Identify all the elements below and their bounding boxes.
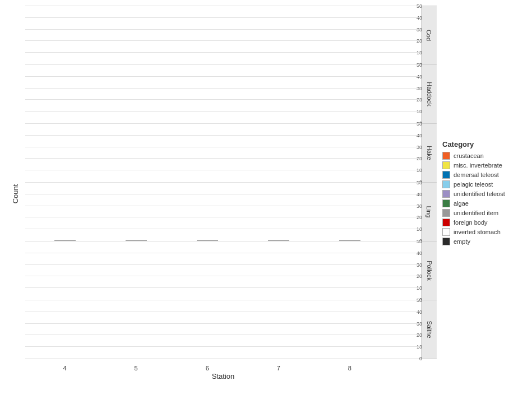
grid-line <box>25 182 421 183</box>
y-tick-label: 50 <box>417 121 422 127</box>
legend-item: algae <box>442 199 532 207</box>
grid-line <box>25 276 421 276</box>
legend-item: foreign body <box>442 219 532 226</box>
y-tick-label: 40 <box>417 133 422 138</box>
y-tick-label: 50 <box>417 298 422 303</box>
facet-label-haddock: Haddock <box>421 65 437 123</box>
facet-label-hake: Hake <box>421 124 437 182</box>
grid-line <box>25 40 421 41</box>
legend-swatch <box>442 228 450 236</box>
legend-item: empty <box>442 238 532 245</box>
grid-line <box>25 206 421 206</box>
facet-label-ling: Ling <box>421 183 437 241</box>
legend-swatch <box>442 209 450 217</box>
grid-line <box>25 170 421 170</box>
facet-row-ling: 01020304050Ling <box>25 182 437 241</box>
legend-swatch <box>442 238 450 245</box>
facet-plot-ling: 01020304050 <box>25 183 421 241</box>
legend-title: Category <box>442 140 532 148</box>
y-tick-label: 30 <box>417 27 422 32</box>
grid-line <box>25 287 421 288</box>
y-tick-label: 50 <box>417 3 422 9</box>
grid-line <box>25 135 421 136</box>
y-tick-label: 10 <box>417 344 422 350</box>
facet-name-text: Cod <box>426 30 433 41</box>
y-tick-label: 10 <box>417 168 422 173</box>
grid-line <box>25 6 421 6</box>
legend-item: pelagic teleost <box>442 180 532 188</box>
grid-line <box>25 346 421 347</box>
legend-swatch <box>442 152 450 160</box>
legend-swatch <box>442 180 450 188</box>
grid-line <box>25 335 421 335</box>
facet-label-pollock: Pollock <box>421 242 437 300</box>
y-tick-label: 30 <box>417 262 422 268</box>
grid-line <box>25 300 421 300</box>
legend-item: inverted stomach <box>442 228 532 236</box>
facet-label-cod: Cod <box>421 6 437 64</box>
y-tick-label: 40 <box>417 15 422 21</box>
facet-plot-cod: 01020304050 <box>25 6 421 64</box>
legend-label: unidentified teleost <box>454 191 505 197</box>
y-tick-label: 20 <box>417 97 422 103</box>
grid-line <box>25 241 421 242</box>
grid-line <box>25 88 421 89</box>
grid-line <box>25 323 421 324</box>
grid-line <box>25 123 421 124</box>
y-tick-label: 10 <box>417 226 422 232</box>
y-tick-label: 20 <box>417 215 422 220</box>
y-tick-label: 30 <box>417 145 422 150</box>
facet-row-saithe: 01020304050Saithe <box>25 300 437 359</box>
facet-name-text: Saithe <box>426 321 433 338</box>
x-tick-label: 4 <box>63 365 67 372</box>
x-axis-container: Station 45678 <box>25 359 437 382</box>
x-tick-label: 7 <box>277 365 280 372</box>
legend-label: empty <box>454 238 470 245</box>
y-tick-label: 30 <box>417 86 422 91</box>
legend-label: pelagic teleost <box>454 181 493 188</box>
legend-label: unidentified item <box>454 210 498 216</box>
legend-item: demersal teleost <box>442 171 532 179</box>
x-axis-plot: Station 45678 <box>25 359 421 382</box>
legend: Category crustaceanmisc. invertebratedem… <box>437 6 532 382</box>
grid-line <box>25 194 421 194</box>
legend-label: misc. invertebrate <box>454 162 502 169</box>
grid-line <box>25 158 421 159</box>
y-tick-label: 20 <box>417 273 422 279</box>
legend-swatch <box>442 161 450 169</box>
y-tick-label: 40 <box>417 309 422 315</box>
y-tick-label: 10 <box>417 109 422 114</box>
legend-swatch <box>442 171 450 179</box>
facet-name-text: Ling <box>425 206 432 218</box>
facet-row-cod: 01020304050Cod <box>25 6 437 64</box>
facet-name-text: Hake <box>426 146 433 160</box>
y-tick-label: 50 <box>417 62 422 68</box>
y-tick-label: 40 <box>417 192 422 197</box>
grid-line <box>25 229 421 229</box>
y-tick-label: 10 <box>417 50 422 55</box>
facet-plot-haddock: 01020304050 <box>25 65 421 123</box>
legend-items: crustaceanmisc. invertebratedemersal tel… <box>442 152 532 247</box>
y-tick-label: 20 <box>417 156 422 161</box>
x-tick-label: 6 <box>206 365 209 372</box>
grid-line <box>25 111 421 112</box>
grid-line <box>25 17 421 18</box>
y-tick-label: 20 <box>417 38 422 44</box>
grid-line <box>25 253 421 253</box>
y-tick-label: 50 <box>417 180 422 185</box>
facet-plot-hake: 01020304050 <box>25 124 421 182</box>
grid-line <box>25 217 421 217</box>
legend-swatch <box>442 219 450 226</box>
legend-swatch <box>442 190 450 198</box>
y-tick-label: 50 <box>417 239 422 244</box>
legend-item: misc. invertebrate <box>442 161 532 169</box>
legend-item: unidentified teleost <box>442 190 532 198</box>
y-tick-label: 30 <box>417 321 422 327</box>
y-tick-label: 40 <box>417 74 422 80</box>
y-axis-label: Count <box>11 184 20 203</box>
legend-label: crustacean <box>454 152 484 159</box>
facet-row-hake: 01020304050Hake <box>25 123 437 182</box>
y-tick-label: 20 <box>417 332 422 338</box>
facet-row-haddock: 01020304050Haddock <box>25 64 437 123</box>
grid-line <box>25 64 421 65</box>
